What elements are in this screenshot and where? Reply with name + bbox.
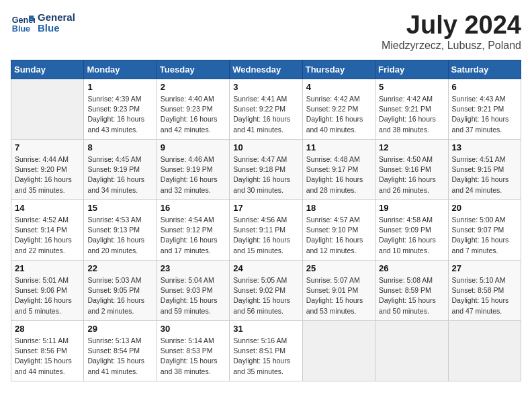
day-number: 7 — [15, 142, 80, 152]
day-info: Sunrise: 5:10 AMSunset: 8:58 PMDaylight:… — [452, 275, 517, 316]
day-info: Sunrise: 5:16 AMSunset: 8:51 PMDaylight:… — [233, 336, 298, 377]
calendar-cell: 24Sunrise: 5:05 AMSunset: 9:02 PMDayligh… — [230, 261, 302, 321]
header-tuesday: Tuesday — [157, 60, 229, 79]
day-number: 19 — [379, 203, 444, 213]
calendar-cell: 6Sunrise: 4:43 AMSunset: 9:21 PMDaylight… — [448, 79, 521, 140]
day-number: 1 — [87, 82, 152, 92]
week-row-1: 7Sunrise: 4:44 AMSunset: 9:20 PMDaylight… — [11, 140, 521, 200]
calendar-cell: 16Sunrise: 4:54 AMSunset: 9:12 PMDayligh… — [157, 200, 229, 261]
calendar-cell: 11Sunrise: 4:48 AMSunset: 9:17 PMDayligh… — [302, 140, 375, 200]
week-row-4: 28Sunrise: 5:11 AMSunset: 8:56 PMDayligh… — [11, 321, 521, 381]
day-info: Sunrise: 5:05 AMSunset: 9:02 PMDaylight:… — [233, 275, 298, 316]
calendar-cell: 25Sunrise: 5:07 AMSunset: 9:01 PMDayligh… — [302, 261, 375, 321]
location: Miedzyrzecz, Lubusz, Poland — [382, 40, 521, 52]
day-info: Sunrise: 4:43 AMSunset: 9:21 PMDaylight:… — [452, 94, 517, 135]
day-number: 8 — [87, 142, 152, 152]
calendar-cell: 31Sunrise: 5:16 AMSunset: 8:51 PMDayligh… — [230, 321, 302, 381]
day-info: Sunrise: 5:03 AMSunset: 9:05 PMDaylight:… — [87, 275, 152, 316]
calendar-cell: 27Sunrise: 5:10 AMSunset: 8:58 PMDayligh… — [448, 261, 521, 321]
calendar-cell: 15Sunrise: 4:53 AMSunset: 9:13 PMDayligh… — [84, 200, 157, 261]
calendar-cell: 18Sunrise: 4:57 AMSunset: 9:10 PMDayligh… — [302, 200, 375, 261]
calendar-cell — [375, 321, 448, 381]
header-friday: Friday — [375, 60, 448, 79]
day-info: Sunrise: 5:04 AMSunset: 9:03 PMDaylight:… — [161, 275, 226, 316]
day-number: 9 — [161, 142, 226, 152]
day-info: Sunrise: 5:13 AMSunset: 8:54 PMDaylight:… — [87, 336, 152, 377]
day-info: Sunrise: 5:01 AMSunset: 9:06 PMDaylight:… — [15, 275, 80, 316]
day-number: 26 — [379, 263, 444, 273]
day-info: Sunrise: 5:00 AMSunset: 9:07 PMDaylight:… — [452, 215, 517, 256]
day-number: 2 — [161, 82, 226, 92]
calendar-cell: 8Sunrise: 4:45 AMSunset: 9:19 PMDaylight… — [84, 140, 157, 200]
calendar-cell: 10Sunrise: 4:47 AMSunset: 9:18 PMDayligh… — [230, 140, 302, 200]
day-number: 5 — [379, 82, 444, 92]
calendar-header-row: SundayMondayTuesdayWednesdayThursdayFrid… — [11, 60, 521, 79]
svg-text:Blue: Blue — [12, 24, 30, 34]
title-area: July 2024 Miedzyrzecz, Lubusz, Poland — [382, 11, 521, 52]
day-number: 6 — [452, 82, 517, 92]
day-info: Sunrise: 4:39 AMSunset: 9:23 PMDaylight:… — [87, 94, 152, 135]
day-number: 20 — [452, 203, 517, 213]
day-info: Sunrise: 4:51 AMSunset: 9:15 PMDaylight:… — [452, 154, 517, 195]
day-info: Sunrise: 5:07 AMSunset: 9:01 PMDaylight:… — [306, 275, 371, 316]
day-info: Sunrise: 5:14 AMSunset: 8:53 PMDaylight:… — [161, 336, 226, 377]
calendar-table: SundayMondayTuesdayWednesdayThursdayFrid… — [11, 60, 521, 381]
day-number: 31 — [233, 324, 298, 334]
day-number: 28 — [15, 324, 80, 334]
calendar-cell: 12Sunrise: 4:50 AMSunset: 9:16 PMDayligh… — [375, 140, 448, 200]
week-row-2: 14Sunrise: 4:52 AMSunset: 9:14 PMDayligh… — [11, 200, 521, 261]
day-info: Sunrise: 4:41 AMSunset: 9:22 PMDaylight:… — [233, 94, 298, 135]
day-number: 22 — [87, 263, 152, 273]
day-info: Sunrise: 4:58 AMSunset: 9:09 PMDaylight:… — [379, 215, 444, 256]
calendar-cell: 4Sunrise: 4:42 AMSunset: 9:22 PMDaylight… — [302, 79, 375, 140]
calendar-cell: 9Sunrise: 4:46 AMSunset: 9:19 PMDaylight… — [157, 140, 229, 200]
day-info: Sunrise: 4:54 AMSunset: 9:12 PMDaylight:… — [161, 215, 226, 256]
day-number: 23 — [161, 263, 226, 273]
day-info: Sunrise: 4:42 AMSunset: 9:21 PMDaylight:… — [379, 94, 444, 135]
calendar-cell: 30Sunrise: 5:14 AMSunset: 8:53 PMDayligh… — [157, 321, 229, 381]
calendar-cell: 1Sunrise: 4:39 AMSunset: 9:23 PMDaylight… — [84, 79, 157, 140]
calendar-cell — [448, 321, 521, 381]
logo-icon: General Blue — [11, 11, 35, 35]
logo: General Blue General Blue — [11, 11, 75, 35]
calendar-cell: 3Sunrise: 4:41 AMSunset: 9:22 PMDaylight… — [230, 79, 302, 140]
week-row-0: 1Sunrise: 4:39 AMSunset: 9:23 PMDaylight… — [11, 79, 521, 140]
day-info: Sunrise: 4:45 AMSunset: 9:19 PMDaylight:… — [87, 154, 152, 195]
calendar-cell: 14Sunrise: 4:52 AMSunset: 9:14 PMDayligh… — [11, 200, 84, 261]
day-info: Sunrise: 4:40 AMSunset: 9:23 PMDaylight:… — [161, 94, 226, 135]
day-number: 24 — [233, 263, 298, 273]
day-number: 15 — [87, 203, 152, 213]
day-number: 17 — [233, 203, 298, 213]
calendar-cell: 2Sunrise: 4:40 AMSunset: 9:23 PMDaylight… — [157, 79, 229, 140]
day-number: 12 — [379, 142, 444, 152]
header-thursday: Thursday — [302, 60, 375, 79]
day-number: 3 — [233, 82, 298, 92]
calendar-cell: 5Sunrise: 4:42 AMSunset: 9:21 PMDaylight… — [375, 79, 448, 140]
header-saturday: Saturday — [448, 60, 521, 79]
day-number: 16 — [161, 203, 226, 213]
calendar-cell: 21Sunrise: 5:01 AMSunset: 9:06 PMDayligh… — [11, 261, 84, 321]
header-wednesday: Wednesday — [230, 60, 302, 79]
day-info: Sunrise: 5:11 AMSunset: 8:56 PMDaylight:… — [15, 336, 80, 377]
calendar-cell — [302, 321, 375, 381]
header-monday: Monday — [84, 60, 157, 79]
day-info: Sunrise: 4:46 AMSunset: 9:19 PMDaylight:… — [161, 154, 226, 195]
day-number: 14 — [15, 203, 80, 213]
calendar-cell: 26Sunrise: 5:08 AMSunset: 8:59 PMDayligh… — [375, 261, 448, 321]
day-number: 27 — [452, 263, 517, 273]
day-info: Sunrise: 4:48 AMSunset: 9:17 PMDaylight:… — [306, 154, 371, 195]
calendar-cell: 22Sunrise: 5:03 AMSunset: 9:05 PMDayligh… — [84, 261, 157, 321]
day-number: 18 — [306, 203, 371, 213]
day-info: Sunrise: 4:50 AMSunset: 9:16 PMDaylight:… — [379, 154, 444, 195]
calendar-cell: 29Sunrise: 5:13 AMSunset: 8:54 PMDayligh… — [84, 321, 157, 381]
day-number: 21 — [15, 263, 80, 273]
day-info: Sunrise: 4:52 AMSunset: 9:14 PMDaylight:… — [15, 215, 80, 256]
month-title: July 2024 — [382, 11, 521, 40]
calendar-cell: 19Sunrise: 4:58 AMSunset: 9:09 PMDayligh… — [375, 200, 448, 261]
day-info: Sunrise: 4:56 AMSunset: 9:11 PMDaylight:… — [233, 215, 298, 256]
calendar-cell: 23Sunrise: 5:04 AMSunset: 9:03 PMDayligh… — [157, 261, 229, 321]
calendar-cell: 7Sunrise: 4:44 AMSunset: 9:20 PMDaylight… — [11, 140, 84, 200]
calendar-cell: 20Sunrise: 5:00 AMSunset: 9:07 PMDayligh… — [448, 200, 521, 261]
day-number: 10 — [233, 142, 298, 152]
day-info: Sunrise: 4:57 AMSunset: 9:10 PMDaylight:… — [306, 215, 371, 256]
